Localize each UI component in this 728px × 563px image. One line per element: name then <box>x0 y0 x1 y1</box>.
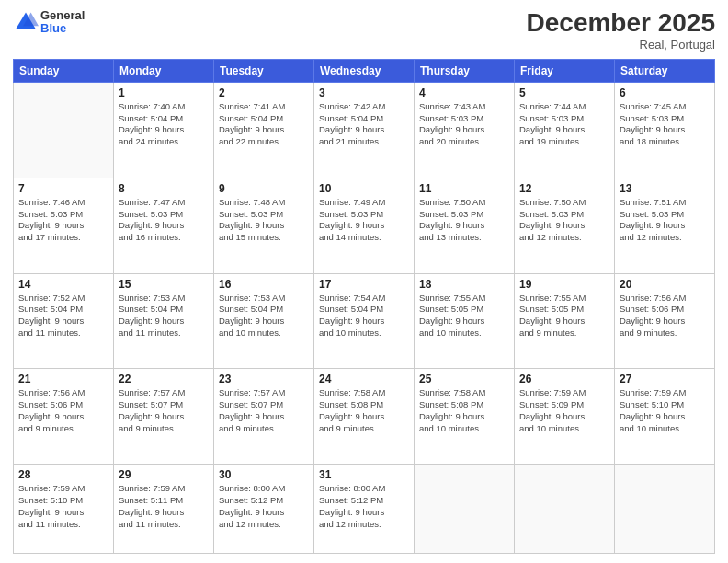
day-info: Sunrise: 7:53 AM Sunset: 5:04 PM Dayligh… <box>119 293 209 339</box>
day-number: 11 <box>419 182 509 195</box>
day-number: 26 <box>519 373 609 385</box>
logo: General Blue <box>13 9 85 36</box>
calendar-cell-3-4: 17Sunrise: 7:54 AM Sunset: 5:04 PM Dayli… <box>314 273 415 369</box>
day-info: Sunrise: 7:55 AM Sunset: 5:05 PM Dayligh… <box>419 293 509 339</box>
day-number: 22 <box>119 373 209 385</box>
calendar-cell-1-2: 1Sunrise: 7:40 AM Sunset: 5:04 PM Daylig… <box>114 82 214 178</box>
day-info: Sunrise: 7:56 AM Sunset: 5:06 PM Dayligh… <box>18 387 108 434</box>
weekday-header-tuesday: Tuesday <box>214 59 314 82</box>
calendar-cell-4-6: 26Sunrise: 7:59 AM Sunset: 5:09 PM Dayli… <box>515 369 615 465</box>
logo-blue-text: Blue <box>40 22 85 35</box>
day-info: Sunrise: 7:55 AM Sunset: 5:05 PM Dayligh… <box>519 293 609 339</box>
day-info: Sunrise: 7:50 AM Sunset: 5:03 PM Dayligh… <box>519 197 609 244</box>
day-info: Sunrise: 7:45 AM Sunset: 5:03 PM Dayligh… <box>620 101 710 148</box>
calendar-cell-2-4: 10Sunrise: 7:49 AM Sunset: 5:03 PM Dayli… <box>314 178 415 273</box>
calendar-cell-5-6 <box>515 465 615 554</box>
day-info: Sunrise: 7:41 AM Sunset: 5:04 PM Dayligh… <box>219 101 309 148</box>
calendar-cell-2-7: 13Sunrise: 7:51 AM Sunset: 5:03 PM Dayli… <box>615 178 715 273</box>
day-number: 17 <box>319 278 409 291</box>
calendar-cell-5-4: 31Sunrise: 8:00 AM Sunset: 5:12 PM Dayli… <box>314 465 415 554</box>
day-number: 24 <box>319 373 409 385</box>
day-number: 14 <box>18 278 108 291</box>
calendar-cell-5-2: 29Sunrise: 7:59 AM Sunset: 5:11 PM Dayli… <box>114 465 214 554</box>
calendar-cell-2-2: 8Sunrise: 7:47 AM Sunset: 5:03 PM Daylig… <box>114 178 214 273</box>
calendar-cell-4-1: 21Sunrise: 7:56 AM Sunset: 5:06 PM Dayli… <box>14 369 114 465</box>
weekday-header-row: SundayMondayTuesdayWednesdayThursdayFrid… <box>14 59 715 82</box>
calendar-cell-5-1: 28Sunrise: 7:59 AM Sunset: 5:10 PM Dayli… <box>14 465 114 554</box>
day-number: 10 <box>319 182 409 195</box>
day-number: 5 <box>519 86 609 99</box>
day-info: Sunrise: 7:58 AM Sunset: 5:08 PM Dayligh… <box>319 387 409 434</box>
calendar-cell-4-2: 22Sunrise: 7:57 AM Sunset: 5:07 PM Dayli… <box>114 369 214 465</box>
calendar-cell-1-6: 5Sunrise: 7:44 AM Sunset: 5:03 PM Daylig… <box>515 82 615 178</box>
day-number: 1 <box>119 86 209 99</box>
day-info: Sunrise: 7:48 AM Sunset: 5:03 PM Dayligh… <box>219 197 309 244</box>
day-number: 8 <box>119 182 209 195</box>
day-info: Sunrise: 7:46 AM Sunset: 5:03 PM Dayligh… <box>18 197 108 244</box>
day-info: Sunrise: 7:52 AM Sunset: 5:04 PM Dayligh… <box>18 293 108 339</box>
calendar-cell-5-7 <box>615 465 715 554</box>
day-number: 6 <box>620 86 710 99</box>
weekday-header-sunday: Sunday <box>14 59 114 82</box>
weekday-header-wednesday: Wednesday <box>314 59 415 82</box>
day-info: Sunrise: 7:57 AM Sunset: 5:07 PM Dayligh… <box>219 387 309 434</box>
day-info: Sunrise: 7:57 AM Sunset: 5:07 PM Dayligh… <box>119 387 209 434</box>
calendar-cell-4-7: 27Sunrise: 7:59 AM Sunset: 5:10 PM Dayli… <box>615 369 715 465</box>
day-info: Sunrise: 7:53 AM Sunset: 5:04 PM Dayligh… <box>219 293 309 339</box>
day-number: 30 <box>219 468 309 481</box>
weekday-header-monday: Monday <box>114 59 214 82</box>
calendar-cell-2-3: 9Sunrise: 7:48 AM Sunset: 5:03 PM Daylig… <box>214 178 314 273</box>
day-info: Sunrise: 7:44 AM Sunset: 5:03 PM Dayligh… <box>519 101 609 148</box>
day-number: 31 <box>319 468 409 481</box>
calendar-cell-2-6: 12Sunrise: 7:50 AM Sunset: 5:03 PM Dayli… <box>515 178 615 273</box>
day-number: 19 <box>519 278 609 291</box>
calendar-cell-3-6: 19Sunrise: 7:55 AM Sunset: 5:05 PM Dayli… <box>515 273 615 369</box>
day-info: Sunrise: 7:59 AM Sunset: 5:09 PM Dayligh… <box>519 387 609 434</box>
day-number: 20 <box>620 278 710 291</box>
calendar-cell-2-1: 7Sunrise: 7:46 AM Sunset: 5:03 PM Daylig… <box>14 178 114 273</box>
day-number: 21 <box>18 373 108 385</box>
day-number: 18 <box>419 278 509 291</box>
day-info: Sunrise: 7:49 AM Sunset: 5:03 PM Dayligh… <box>319 197 409 244</box>
header: General Blue December 2025 Real, Portuga… <box>13 9 715 52</box>
calendar-cell-1-3: 2Sunrise: 7:41 AM Sunset: 5:04 PM Daylig… <box>214 82 314 178</box>
day-number: 13 <box>620 182 710 195</box>
location: Real, Portugal <box>527 38 715 52</box>
day-info: Sunrise: 7:40 AM Sunset: 5:04 PM Dayligh… <box>119 101 209 148</box>
logo-general-text: General <box>40 9 85 22</box>
calendar-cell-1-1 <box>14 82 114 178</box>
day-info: Sunrise: 7:51 AM Sunset: 5:03 PM Dayligh… <box>620 197 710 244</box>
week-row-2: 7Sunrise: 7:46 AM Sunset: 5:03 PM Daylig… <box>14 178 715 273</box>
day-info: Sunrise: 8:00 AM Sunset: 5:12 PM Dayligh… <box>219 483 309 530</box>
day-number: 28 <box>18 468 108 481</box>
day-number: 15 <box>119 278 209 291</box>
day-number: 27 <box>620 373 710 385</box>
day-number: 4 <box>419 86 509 99</box>
day-info: Sunrise: 7:56 AM Sunset: 5:06 PM Dayligh… <box>620 293 710 339</box>
weekday-header-saturday: Saturday <box>615 59 715 82</box>
day-info: Sunrise: 7:54 AM Sunset: 5:04 PM Dayligh… <box>319 293 409 339</box>
calendar-cell-3-5: 18Sunrise: 7:55 AM Sunset: 5:05 PM Dayli… <box>415 273 515 369</box>
calendar-cell-5-3: 30Sunrise: 8:00 AM Sunset: 5:12 PM Dayli… <box>214 465 314 554</box>
calendar-cell-3-3: 16Sunrise: 7:53 AM Sunset: 5:04 PM Dayli… <box>214 273 314 369</box>
page: General Blue December 2025 Real, Portuga… <box>0 0 728 563</box>
calendar-cell-3-2: 15Sunrise: 7:53 AM Sunset: 5:04 PM Dayli… <box>114 273 214 369</box>
logo-icon <box>13 9 39 35</box>
day-number: 23 <box>219 373 309 385</box>
week-row-1: 1Sunrise: 7:40 AM Sunset: 5:04 PM Daylig… <box>14 82 715 178</box>
day-number: 29 <box>119 468 209 481</box>
calendar-cell-2-5: 11Sunrise: 7:50 AM Sunset: 5:03 PM Dayli… <box>415 178 515 273</box>
day-info: Sunrise: 7:42 AM Sunset: 5:04 PM Dayligh… <box>319 101 409 148</box>
week-row-3: 14Sunrise: 7:52 AM Sunset: 5:04 PM Dayli… <box>14 273 715 369</box>
day-number: 25 <box>419 373 509 385</box>
title-area: December 2025 Real, Portugal <box>527 9 715 52</box>
day-info: Sunrise: 7:50 AM Sunset: 5:03 PM Dayligh… <box>419 197 509 244</box>
day-number: 9 <box>219 182 309 195</box>
weekday-header-thursday: Thursday <box>415 59 515 82</box>
calendar-cell-4-3: 23Sunrise: 7:57 AM Sunset: 5:07 PM Dayli… <box>214 369 314 465</box>
calendar-cell-5-5 <box>415 465 515 554</box>
calendar-cell-3-1: 14Sunrise: 7:52 AM Sunset: 5:04 PM Dayli… <box>14 273 114 369</box>
day-number: 12 <box>519 182 609 195</box>
day-info: Sunrise: 7:59 AM Sunset: 5:11 PM Dayligh… <box>119 483 209 530</box>
week-row-5: 28Sunrise: 7:59 AM Sunset: 5:10 PM Dayli… <box>14 465 715 554</box>
